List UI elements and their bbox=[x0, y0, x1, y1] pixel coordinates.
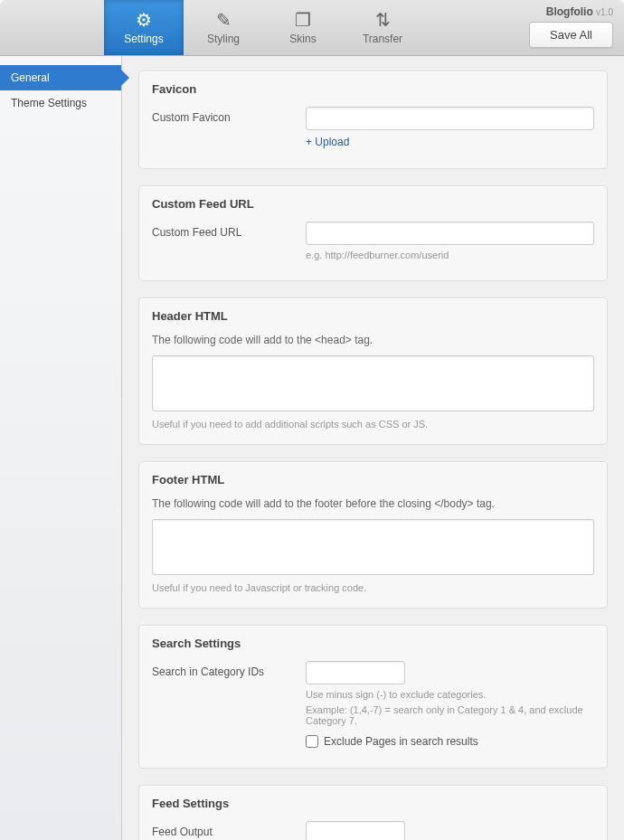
panel-title: Feed Settings bbox=[152, 797, 594, 810]
panel-feed-url: Custom Feed URL Custom Feed URL e.g. htt… bbox=[138, 185, 608, 281]
panel-title: Search Settings bbox=[152, 637, 594, 650]
search-hint1: Use minus sign (-) to exclude categories… bbox=[306, 689, 594, 700]
main-content: Favicon Custom Favicon + Upload Custom F… bbox=[122, 56, 624, 840]
gear-icon: ⚙ bbox=[136, 11, 152, 29]
favicon-upload-link[interactable]: + Upload bbox=[306, 136, 349, 148]
feed-url-label: Custom Feed URL bbox=[152, 222, 306, 239]
panel-title: Custom Feed URL bbox=[152, 197, 594, 211]
body: General Theme Settings Favicon Custom Fa… bbox=[0, 56, 624, 840]
sidebar: General Theme Settings bbox=[0, 56, 122, 840]
layers-icon: ❐ bbox=[295, 11, 311, 29]
tab-skins[interactable]: ❐ Skins bbox=[263, 0, 343, 55]
exclude-pages-checkbox[interactable] bbox=[306, 735, 318, 748]
search-cat-input[interactable] bbox=[306, 661, 405, 684]
tab-settings[interactable]: ⚙ Settings bbox=[104, 0, 184, 55]
header-html-hint: Useful if you need to add additional scr… bbox=[152, 419, 594, 429]
panel-title: Footer HTML bbox=[152, 473, 594, 486]
feed-url-hint: e.g. http://feedburner.com/userid bbox=[306, 250, 594, 260]
top-tabs: ⚙ Settings ✎ Styling ❐ Skins ⇅ Transfer bbox=[104, 0, 422, 55]
header-html-desc: The following code will add to the <head… bbox=[152, 334, 594, 346]
panel-search: Search Settings Search in Category IDs U… bbox=[138, 625, 608, 769]
tab-label: Settings bbox=[124, 33, 163, 45]
feed-output-input[interactable] bbox=[306, 821, 405, 840]
app-version: v1.0 bbox=[596, 7, 613, 17]
favicon-input[interactable] bbox=[306, 107, 594, 130]
panel-feed: Feed Settings Feed Output Use minus sign… bbox=[138, 785, 608, 840]
tab-label: Transfer bbox=[363, 33, 402, 45]
footer-html-textarea[interactable] bbox=[152, 519, 594, 575]
header-right: Blogfolio v1.0 Save All bbox=[529, 5, 613, 48]
app-name: Blogfolio bbox=[546, 5, 593, 18]
sidebar-item-theme-settings[interactable]: Theme Settings bbox=[0, 90, 121, 116]
tab-styling[interactable]: ✎ Styling bbox=[184, 0, 263, 55]
brush-icon: ✎ bbox=[216, 11, 232, 29]
panel-footer-html: Footer HTML The following code will add … bbox=[138, 461, 608, 609]
favicon-label: Custom Favicon bbox=[152, 107, 306, 124]
feed-url-input[interactable] bbox=[306, 222, 594, 245]
save-all-button-top[interactable]: Save All bbox=[529, 22, 613, 48]
search-hint2: Example: (1,4,-7) = search only in Categ… bbox=[306, 704, 594, 726]
tab-transfer[interactable]: ⇅ Transfer bbox=[343, 0, 422, 55]
app-title: Blogfolio v1.0 bbox=[546, 5, 613, 18]
panel-favicon: Favicon Custom Favicon + Upload bbox=[138, 71, 608, 169]
search-cat-label: Search in Category IDs bbox=[152, 661, 306, 678]
sidebar-item-general[interactable]: General bbox=[0, 65, 121, 90]
header-html-textarea[interactable] bbox=[152, 355, 594, 411]
tab-label: Styling bbox=[207, 33, 240, 45]
feed-output-label: Feed Output bbox=[152, 821, 306, 838]
panel-title: Header HTML bbox=[152, 309, 594, 323]
panel-title: Favicon bbox=[152, 82, 594, 96]
footer-html-desc: The following code will add to the foote… bbox=[152, 497, 594, 510]
tab-label: Skins bbox=[289, 33, 316, 45]
transfer-icon: ⇅ bbox=[375, 11, 391, 29]
header: ⚙ Settings ✎ Styling ❐ Skins ⇅ Transfer … bbox=[0, 0, 624, 56]
panel-header-html: Header HTML The following code will add … bbox=[138, 297, 608, 445]
exclude-pages-label: Exclude Pages in search results bbox=[324, 735, 478, 748]
footer-html-hint: Useful if you need to Javascript or trac… bbox=[152, 582, 594, 593]
